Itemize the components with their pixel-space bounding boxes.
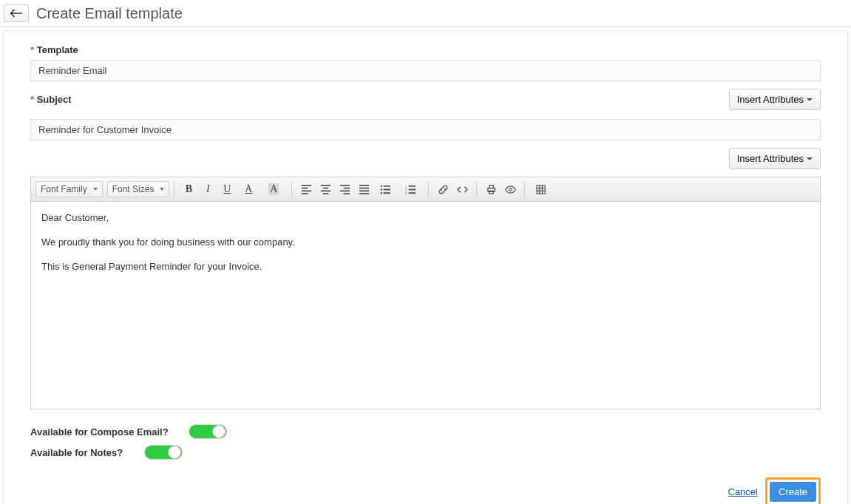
editor-line: Dear Customer, bbox=[41, 211, 810, 226]
link-button[interactable] bbox=[433, 180, 452, 198]
svg-point-0 bbox=[381, 185, 382, 186]
preview-button[interactable] bbox=[501, 180, 520, 198]
svg-point-1 bbox=[381, 188, 382, 190]
insert-attributes-body-button[interactable]: Insert Attributes bbox=[729, 148, 821, 169]
svg-rect-8 bbox=[489, 191, 494, 194]
underline-button[interactable]: U bbox=[217, 180, 237, 198]
compose-toggle-label: Available for Compose Email? bbox=[30, 426, 178, 437]
create-button-highlight: Create bbox=[765, 477, 821, 504]
chevron-down-icon bbox=[160, 188, 164, 191]
editor-toolbar: Font Family Font Sizes B I U A A bbox=[31, 177, 820, 202]
chevron-down-icon bbox=[807, 157, 813, 160]
svg-rect-10 bbox=[537, 185, 545, 193]
insert-attributes-label: Insert Attributes bbox=[737, 94, 804, 105]
font-family-select[interactable]: Font Family bbox=[35, 181, 103, 197]
align-center-button[interactable] bbox=[316, 180, 335, 198]
template-input[interactable] bbox=[30, 60, 821, 81]
svg-text:3: 3 bbox=[405, 191, 407, 195]
back-button[interactable] bbox=[4, 4, 29, 22]
notes-toggle-label: Available for Notes? bbox=[30, 447, 134, 458]
text-color-button[interactable]: A bbox=[237, 180, 262, 198]
editor-line: We proudly thank you for doing business … bbox=[41, 235, 810, 251]
cancel-link[interactable]: Cancel bbox=[728, 486, 758, 497]
numbered-list-button[interactable]: 123 bbox=[399, 180, 424, 198]
rich-text-editor: Font Family Font Sizes B I U A A bbox=[30, 177, 821, 409]
source-code-button[interactable] bbox=[452, 180, 472, 198]
align-justify-button[interactable] bbox=[354, 180, 373, 198]
svg-point-9 bbox=[509, 188, 512, 191]
align-right-button[interactable] bbox=[335, 180, 354, 198]
editor-line: This is General Payment Reminder for you… bbox=[41, 259, 810, 275]
background-color-button[interactable]: A bbox=[262, 180, 287, 198]
create-button[interactable]: Create bbox=[770, 482, 816, 502]
bold-button[interactable]: B bbox=[179, 180, 198, 198]
chevron-down-icon bbox=[93, 188, 98, 191]
page-title: Create Email template bbox=[36, 5, 183, 22]
subject-label: Subject bbox=[30, 94, 72, 105]
bullet-list-button[interactable] bbox=[373, 180, 399, 198]
insert-attributes-subject-button[interactable]: Insert Attributes bbox=[729, 89, 821, 110]
compose-email-toggle[interactable] bbox=[189, 424, 227, 439]
insert-attributes-label: Insert Attributes bbox=[737, 153, 804, 164]
align-left-button[interactable] bbox=[296, 180, 316, 198]
print-button[interactable] bbox=[481, 180, 501, 198]
svg-point-2 bbox=[381, 191, 382, 193]
svg-rect-7 bbox=[489, 185, 494, 188]
italic-button[interactable]: I bbox=[198, 180, 217, 198]
template-label: Template bbox=[30, 44, 78, 55]
subject-input[interactable] bbox=[30, 119, 821, 140]
back-arrow-icon bbox=[10, 8, 23, 18]
editor-body[interactable]: Dear Customer, We proudly thank you for … bbox=[31, 202, 820, 409]
chevron-down-icon bbox=[807, 98, 813, 101]
notes-toggle[interactable] bbox=[144, 445, 183, 460]
table-button[interactable] bbox=[529, 180, 555, 198]
font-sizes-select[interactable]: Font Sizes bbox=[107, 181, 170, 197]
